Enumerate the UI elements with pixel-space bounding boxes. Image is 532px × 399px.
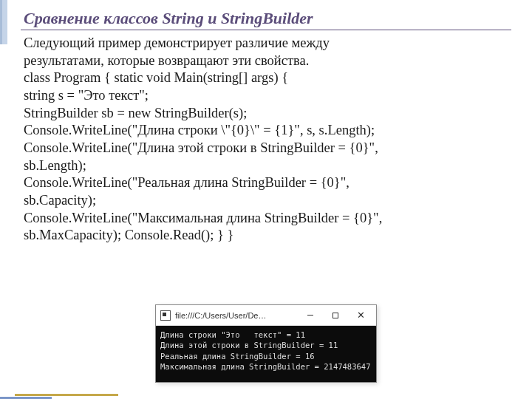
minimize-button[interactable] bbox=[298, 307, 323, 324]
close-button[interactable]: ✕ bbox=[348, 307, 373, 324]
console-line: Реальная длина StringBuilder = 16 bbox=[160, 352, 315, 361]
close-icon: ✕ bbox=[357, 310, 365, 320]
body-line: Console.WriteLine("Длина этой строки в S… bbox=[24, 140, 511, 157]
decoration-top-left bbox=[0, 0, 15, 44]
body-line: class Program { static void Main(string[… bbox=[24, 69, 511, 87]
console-output: Длина строки "Это текст" = 11 Длина этой… bbox=[156, 326, 376, 382]
maximize-button[interactable] bbox=[323, 307, 348, 324]
body-line: Следующий пример демонстрирует различие … bbox=[24, 35, 511, 52]
body-line: sb.MaxCapacity); Console.Read(); } } bbox=[24, 227, 511, 245]
decoration-bottom-left bbox=[0, 387, 118, 399]
body-line: Console.WriteLine("Максимальная длина St… bbox=[24, 210, 511, 228]
window-controls: ✕ bbox=[298, 307, 373, 324]
body-line: Console.WriteLine("Реальная длина String… bbox=[24, 174, 511, 192]
body-line: string s = "Это текст"; bbox=[24, 87, 511, 105]
body-line: sb.Length); bbox=[24, 157, 511, 175]
slide: Сравнение классов String и StringBuilder… bbox=[0, 0, 532, 399]
console-line: Максимальная длина StringBuilder = 21474… bbox=[160, 362, 370, 371]
body-line: результатами, которые возвращают эти сво… bbox=[24, 52, 511, 70]
console-window-title: file:///C:/Users/User/De… bbox=[175, 311, 298, 320]
body-line: sb.Capacity); bbox=[24, 192, 511, 210]
slide-title: Сравнение классов String и StringBuilder bbox=[21, 9, 511, 30]
console-window: file:///C:/Users/User/De… ✕ Длина строки… bbox=[155, 304, 377, 383]
body-line: Console.WriteLine("Длина строки \"{0}\" … bbox=[24, 122, 511, 140]
console-line: Длина этой строки в StringBuilder = 11 bbox=[160, 341, 338, 349]
body-line: StringBuilder sb = new StringBuilder(s); bbox=[24, 105, 511, 123]
console-line: Длина строки "Это текст" = 11 bbox=[160, 330, 305, 339]
console-app-icon bbox=[160, 310, 171, 321]
console-titlebar: file:///C:/Users/User/De… ✕ bbox=[156, 305, 376, 326]
slide-body: Следующий пример демонстрирует различие … bbox=[21, 35, 511, 245]
